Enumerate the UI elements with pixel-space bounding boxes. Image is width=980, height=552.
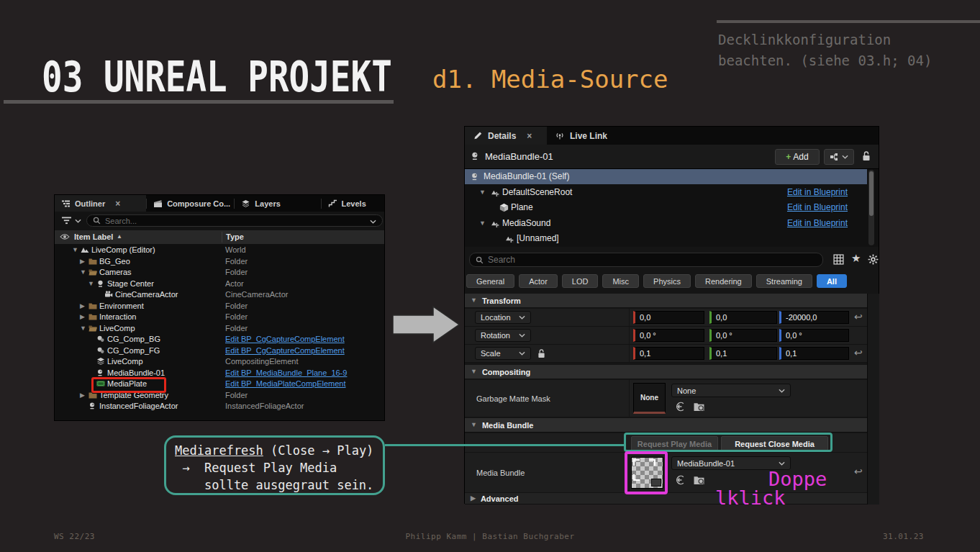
section-media-bundle[interactable]: ▼Media Bundle — [465, 418, 879, 433]
search-icon — [476, 256, 484, 264]
edit-blueprint-link[interactable]: Edit BP_MediaPlateCompElement — [225, 378, 346, 389]
browse-asset-icon[interactable] — [694, 402, 704, 412]
outliner-row-interaction[interactable]: ▶InteractionFolder — [55, 311, 384, 322]
add-button[interactable]: +Add — [775, 149, 820, 165]
section-advanced[interactable]: ▶Advanced — [465, 493, 879, 505]
use-selected-asset-icon[interactable] — [675, 402, 685, 412]
garbage-matte-thumbnail[interactable]: None — [633, 383, 666, 414]
outliner-row-environment[interactable]: ▶EnvironmentFolder — [55, 300, 384, 312]
outliner-row-livecomp-editor-[interactable]: ▼LiveComp (Editor)World — [55, 244, 384, 255]
edit-blueprint-link[interactable]: Edit BP_MediaBundle_Plane_16-9 — [225, 367, 347, 379]
outliner-row-instancedfoliageactor[interactable]: InstancedFoliageActorInstancedFoliageAct… — [55, 400, 384, 412]
expand-arrow[interactable]: ▼ — [479, 220, 486, 227]
tab-live-link[interactable]: Live Link — [547, 127, 629, 145]
edit-in-blueprint-link[interactable]: Edit in Blueprint — [787, 185, 848, 200]
rotation-y-field[interactable]: 0,0 ° — [709, 329, 777, 342]
favorites-star-icon[interactable]: ★ — [851, 252, 861, 265]
settings-gear-icon[interactable] — [868, 254, 879, 265]
edit-blueprint-link[interactable]: Edit BP_CgCaptureCompElement — [225, 345, 345, 356]
expand-arrow[interactable]: ▶ — [80, 392, 85, 399]
filter-chip-all[interactable]: All — [817, 274, 847, 288]
filter-chip-misc[interactable]: Misc — [602, 274, 639, 288]
reset-to-default-icon[interactable]: ↩ — [854, 311, 863, 322]
edit-in-blueprint-link[interactable]: Edit in Blueprint — [787, 216, 848, 231]
layers-icon — [241, 199, 250, 208]
expand-arrow[interactable]: ▶ — [80, 303, 85, 309]
filter-chip-general[interactable]: General — [466, 274, 514, 288]
outliner-row-bg-geo[interactable]: ▶BG_GeoFolder — [55, 255, 384, 267]
close-tab-icon[interactable]: × — [115, 199, 120, 209]
tab-layers[interactable]: Layers — [235, 195, 320, 212]
tab-composure-co-[interactable]: Composure Co... — [147, 195, 234, 212]
expand-arrow[interactable]: ▼ — [72, 247, 78, 253]
expand-arrow[interactable]: ▼ — [80, 269, 86, 276]
component-row--unnamed-[interactable]: [Unnamed] — [465, 231, 867, 246]
folderOpen-icon — [89, 268, 97, 276]
filter-chip-streaming[interactable]: Streaming — [756, 274, 812, 288]
outliner-row-cg-comp-fg[interactable]: CG_Comp_FGEdit BP_CgCaptureCompElement — [55, 345, 384, 356]
flow-arrow — [393, 305, 461, 345]
reset-icon[interactable]: ↩ — [854, 466, 863, 477]
annotation-connector-line — [385, 444, 625, 446]
eye-icon[interactable] — [60, 233, 70, 240]
expand-arrow[interactable]: ▶ — [80, 314, 85, 320]
location-dropdown[interactable]: Location — [475, 311, 531, 324]
filter-chevron-icon[interactable] — [75, 219, 81, 223]
scale-z-field[interactable]: 0,1 — [779, 347, 849, 360]
section-compositing[interactable]: ▼Compositing — [465, 365, 879, 379]
outliner-row-livecomp[interactable]: ▼LiveCompFolder — [55, 322, 384, 334]
edit-blueprint-link[interactable]: Edit BP_CgCaptureCompElement — [225, 333, 345, 345]
component-row-mediasound[interactable]: ▼MediaSoundEdit in Blueprint — [465, 216, 867, 231]
outliner-row-cameras[interactable]: ▼CamerasFolder — [55, 266, 384, 278]
scale-y-field[interactable]: 0,1 — [709, 347, 777, 360]
tree-scrollbar-thumb[interactable] — [869, 171, 874, 216]
outliner-row-livecomp[interactable]: LiveCompCompositingElement — [55, 356, 384, 367]
close-tab-icon[interactable]: × — [527, 131, 532, 141]
location-z-field[interactable]: -20000,0 — [779, 311, 849, 324]
lock-icon[interactable] — [862, 150, 871, 161]
column-item-label[interactable]: Item Label — [74, 232, 113, 241]
rotation-x-field[interactable]: 0,0 ° — [633, 329, 704, 342]
filter-chip-lod[interactable]: LOD — [562, 274, 599, 288]
column-type[interactable]: Type — [226, 232, 244, 241]
chevron-down-icon — [842, 155, 848, 159]
tab-details[interactable]: Details× — [465, 127, 547, 145]
expand-arrow[interactable]: ▼ — [88, 281, 94, 287]
search-chevron-icon[interactable] — [370, 220, 376, 224]
tab-levels[interactable]: Levels — [322, 195, 384, 212]
outliner-row-cg-comp-bg[interactable]: CG_Comp_BGEdit BP_CgCaptureCompElement — [55, 333, 384, 345]
component-row-mediabundle-01-self-[interactable]: MediaBundle-01 (Self) — [465, 169, 867, 184]
outliner-search-input[interactable]: Search... — [86, 214, 383, 227]
component-row-plane[interactable]: PlaneEdit in Blueprint — [465, 200, 867, 215]
section-transform[interactable]: ▼Transform — [465, 294, 879, 308]
scale-lock-icon[interactable] — [537, 348, 545, 358]
location-x-field[interactable]: 0,0 — [633, 311, 704, 324]
footer-center: Philipp Kamm | Bastian Buchgraber — [0, 532, 980, 541]
scale-x-field[interactable]: 0,1 — [633, 347, 704, 360]
expand-arrow[interactable]: ▼ — [479, 189, 486, 196]
display-filter-icon[interactable] — [833, 254, 844, 265]
component-row-defaultsceneroot[interactable]: ▼DefaultSceneRootEdit in Blueprint — [465, 185, 867, 200]
filter-chip-actor[interactable]: Actor — [519, 274, 558, 288]
filter-chip-rendering[interactable]: Rendering — [695, 274, 752, 288]
rotation-z-field[interactable]: 0,0 ° — [779, 329, 849, 342]
expand-arrow[interactable]: ▶ — [80, 258, 85, 265]
use-selected-asset-icon[interactable] — [675, 475, 685, 485]
edit-in-blueprint-link[interactable]: Edit in Blueprint — [787, 200, 848, 215]
tab-outliner[interactable]: Outliner× — [55, 195, 146, 212]
row-label: LiveComp — [107, 356, 143, 367]
garbage-matte-dropdown[interactable]: None — [671, 384, 791, 397]
scale-dropdown[interactable]: Scale — [475, 347, 531, 360]
expand-arrow[interactable]: ▼ — [80, 325, 86, 332]
filter-icon[interactable] — [61, 216, 72, 225]
browse-asset-icon[interactable] — [694, 475, 704, 485]
reset-to-default-icon[interactable]: ↩ — [854, 347, 863, 358]
filter-chip-physics[interactable]: Physics — [643, 274, 691, 288]
details-search-input[interactable]: Search — [469, 253, 823, 267]
component-picker-button[interactable] — [824, 149, 854, 165]
location-y-field[interactable]: 0,0 — [709, 311, 777, 324]
outliner-row-cinecameraactor[interactable]: CineCameraActorCineCameraActor — [55, 289, 384, 300]
outliner-row-stage-center[interactable]: ▼Stage CenterActor — [55, 278, 384, 289]
rotation-dropdown[interactable]: Rotation — [475, 329, 531, 342]
row-label: CineCameraActor — [115, 289, 178, 300]
